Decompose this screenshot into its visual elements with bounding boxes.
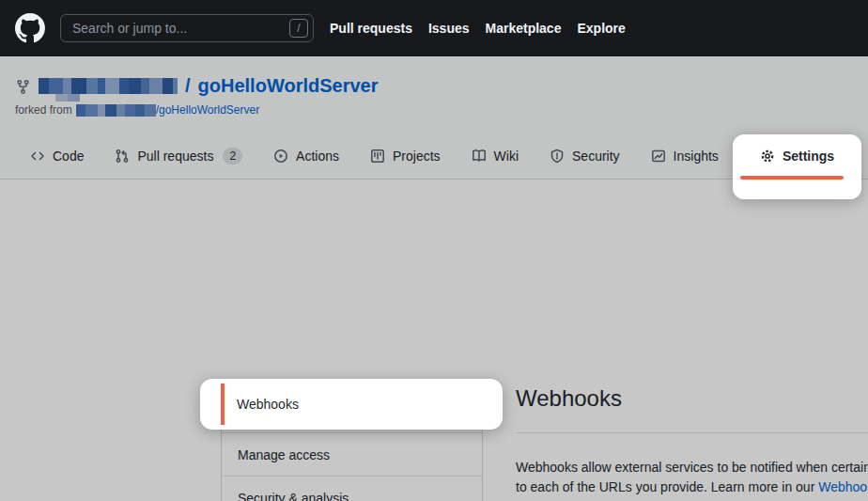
tab-pull-requests[interactable]: Pull requests2 xyxy=(115,133,242,179)
forked-owner-redacted xyxy=(76,104,156,117)
repo-forked-icon xyxy=(15,79,31,95)
settings-tab-spotlight: Settings xyxy=(733,134,861,199)
title-divider xyxy=(516,432,868,433)
tab-label: Security xyxy=(572,149,620,164)
tab-label: Actions xyxy=(296,149,339,164)
sidebar-item-security-analysis[interactable]: Security & analysis xyxy=(222,476,482,501)
tab-settings[interactable]: Settings xyxy=(733,134,861,178)
description-line-1: Webhooks allow external services to be n… xyxy=(516,458,868,478)
book-icon xyxy=(472,149,487,164)
code-icon xyxy=(30,149,45,164)
graph-icon xyxy=(651,149,666,164)
search-input[interactable] xyxy=(60,14,314,42)
nav-link-issues[interactable]: Issues xyxy=(428,21,470,36)
active-item-accent-bar xyxy=(221,384,225,425)
github-logo-icon[interactable] xyxy=(15,13,45,43)
repo-tab-bar: CodePull requests2ActionsProjectsWikiSec… xyxy=(30,133,719,179)
active-tab-underline xyxy=(740,176,844,180)
forked-repo-link[interactable]: /goHelloWorldServer xyxy=(156,103,260,117)
pull-requests-count-badge: 2 xyxy=(223,148,242,164)
gear-icon xyxy=(760,149,775,164)
repo-title: / goHelloWorldServer xyxy=(15,75,378,97)
tab-label: Projects xyxy=(393,149,441,164)
tab-label: Code xyxy=(53,149,84,164)
pull-request-icon xyxy=(115,149,130,164)
nav-link-marketplace[interactable]: Marketplace xyxy=(486,21,562,36)
webhooks-content: Webhooks Webhooks allow external service… xyxy=(516,384,868,501)
forked-from-label: forked from xyxy=(15,103,72,117)
repo-owner-redacted[interactable] xyxy=(39,78,178,94)
tab-label: Wiki xyxy=(494,149,519,164)
top-nav-links: Pull requestsIssuesMarketplaceExplore xyxy=(330,21,626,36)
webhooks-description: Webhooks allow external services to be n… xyxy=(516,458,868,497)
project-icon xyxy=(370,149,385,164)
repo-separator: / xyxy=(185,75,191,97)
tab-actions[interactable]: Actions xyxy=(273,133,339,179)
slash-shortcut-key: / xyxy=(289,19,308,38)
tab-label: Insights xyxy=(674,149,719,164)
tab-code[interactable]: Code xyxy=(30,133,84,179)
nav-link-pull-requests[interactable]: Pull requests xyxy=(330,21,412,36)
sidebar-item-webhooks[interactable]: Webhooks xyxy=(200,379,503,430)
tab-label: Pull requests xyxy=(137,149,213,164)
webhooks-guide-link[interactable]: Webhooks Guide. xyxy=(818,479,868,494)
tab-insights[interactable]: Insights xyxy=(651,133,719,179)
tab-security[interactable]: Security xyxy=(550,133,620,179)
forked-from-line: forked from /goHelloWorldServer xyxy=(15,103,259,117)
tab-wiki[interactable]: Wiki xyxy=(472,133,519,179)
top-nav: / Pull requestsIssuesMarketplaceExplore xyxy=(0,0,868,56)
repo-name-link[interactable]: goHelloWorldServer xyxy=(198,75,379,97)
description-line-2: to each of the URLs you provide. Learn m… xyxy=(516,478,868,497)
nav-link-explore[interactable]: Explore xyxy=(577,21,625,36)
repo-owner-redacted-fragment xyxy=(55,94,80,102)
search-box: / xyxy=(60,14,314,42)
settings-page: OptionsManage accessSecurity & analysisB… xyxy=(0,180,868,501)
sidebar-item-manage-access[interactable]: Manage access xyxy=(222,432,482,476)
tab-projects[interactable]: Projects xyxy=(370,133,441,179)
sidebar-item-label: Webhooks xyxy=(237,379,299,430)
page-title: Webhooks xyxy=(516,384,868,413)
play-icon xyxy=(273,149,288,164)
shield-icon xyxy=(550,149,565,164)
tab-label: Settings xyxy=(783,149,834,164)
